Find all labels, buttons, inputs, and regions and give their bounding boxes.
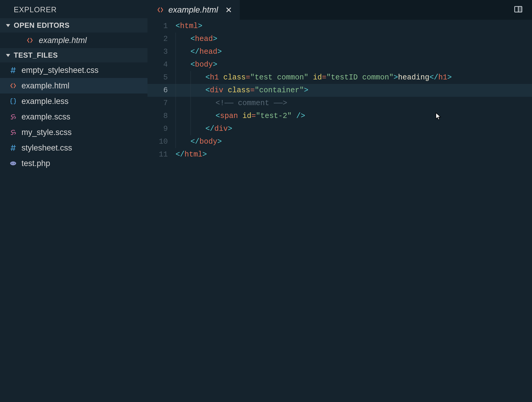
- svg-point-0: [10, 162, 16, 165]
- code-line[interactable]: 10</body>: [147, 135, 532, 148]
- php-icon: [9, 160, 17, 167]
- open-editors-label: OPEN EDITORS: [14, 21, 70, 30]
- line-number: 7: [147, 99, 176, 108]
- code-line[interactable]: 7<!—— comment ——>: [147, 97, 532, 110]
- file-item[interactable]: my_style.scss: [0, 125, 147, 140]
- html-icon: [9, 82, 17, 89]
- scss-icon: [9, 113, 17, 120]
- code-line[interactable]: 4<body>: [147, 58, 532, 71]
- code-text: </div>: [176, 122, 232, 135]
- line-number: 5: [147, 73, 176, 82]
- code-line[interactable]: 9</div>: [147, 122, 532, 135]
- tab-bar: example.html: [147, 0, 532, 20]
- svg-point-2: [14, 163, 14, 164]
- tabbar-spacer: [240, 0, 513, 20]
- braces-icon: [9, 98, 17, 105]
- folder-header[interactable]: TEST_FILES: [0, 48, 147, 62]
- code-line[interactable]: 11</html>: [147, 148, 532, 161]
- code-text: <body>: [176, 58, 217, 71]
- svg-point-1: [12, 163, 12, 164]
- html-icon: [26, 37, 34, 44]
- tab-example-html[interactable]: example.html: [147, 0, 240, 20]
- line-number: 3: [147, 47, 176, 56]
- code-text: <div class="container">: [176, 84, 308, 97]
- chevron-down-icon: [5, 23, 11, 28]
- file-item[interactable]: test.php: [0, 156, 147, 171]
- open-editors-header[interactable]: OPEN EDITORS: [0, 18, 147, 33]
- html-icon: [156, 6, 164, 13]
- close-icon[interactable]: [225, 6, 233, 14]
- line-number: 11: [147, 150, 176, 159]
- tabbar-actions: [513, 0, 532, 20]
- code-text: </body>: [176, 135, 222, 148]
- code-line[interactable]: 3</head>: [147, 45, 532, 58]
- open-editors-list: example.html: [0, 33, 147, 48]
- file-label: stylesheet.css: [21, 143, 72, 153]
- line-number: 6: [147, 86, 176, 95]
- code-text: <h1 class="test common" id="testID commo…: [176, 71, 452, 84]
- code-text: <span id="test-2" />: [176, 110, 305, 122]
- code-line[interactable]: 2<head>: [147, 33, 532, 45]
- hash-icon: [9, 144, 17, 151]
- editor-area: example.html 1<html>2<head>3</head>4<bod…: [147, 0, 532, 402]
- line-number: 10: [147, 137, 176, 146]
- open-editor-item[interactable]: example.html: [0, 33, 147, 48]
- code-line[interactable]: 5<h1 class="test common" id="testID comm…: [147, 71, 532, 84]
- code-editor[interactable]: 1<html>2<head>3</head>4<body>5<h1 class=…: [147, 20, 532, 402]
- file-label: empty_stylesheet.css: [21, 66, 99, 75]
- file-label: test.php: [21, 159, 50, 168]
- code-text: </head>: [176, 45, 222, 58]
- code-text: <html>: [176, 20, 202, 33]
- file-item[interactable]: example.less: [0, 93, 147, 109]
- chevron-down-icon: [5, 53, 11, 58]
- code-line[interactable]: 8<span id="test-2" />: [147, 110, 532, 122]
- file-label: my_style.scss: [21, 128, 72, 137]
- file-item[interactable]: stylesheet.css: [0, 140, 147, 156]
- tab-label: example.html: [168, 5, 218, 15]
- file-label: example.scss: [21, 112, 70, 122]
- explorer-sidebar: EXPLORER OPEN EDITORS example.html TEST_…: [0, 0, 147, 402]
- explorer-title: EXPLORER: [0, 0, 147, 18]
- line-number: 8: [147, 112, 176, 120]
- folder-label: TEST_FILES: [14, 51, 58, 59]
- hash-icon: [9, 67, 17, 74]
- line-number: 9: [147, 125, 176, 133]
- file-label: example.html: [21, 81, 70, 90]
- code-text: </html>: [176, 148, 207, 161]
- file-item[interactable]: empty_stylesheet.css: [0, 62, 147, 78]
- file-label: example.html: [39, 36, 87, 45]
- scss-icon: [9, 129, 17, 136]
- line-number: 2: [147, 35, 176, 43]
- file-label: example.less: [21, 97, 69, 106]
- split-editor-icon[interactable]: [513, 4, 524, 15]
- code-text: <head>: [176, 33, 217, 45]
- line-number: 4: [147, 60, 176, 69]
- line-number: 1: [147, 22, 176, 30]
- folder-file-list: empty_stylesheet.cssexample.htmlexample.…: [0, 62, 147, 171]
- svg-rect-4: [519, 7, 522, 12]
- code-line[interactable]: 1<html>: [147, 20, 532, 33]
- file-item[interactable]: example.scss: [0, 109, 147, 125]
- file-item[interactable]: example.html: [0, 78, 147, 93]
- code-text: <!—— comment ——>: [176, 97, 287, 110]
- code-line[interactable]: 6<div class="container">: [147, 84, 532, 97]
